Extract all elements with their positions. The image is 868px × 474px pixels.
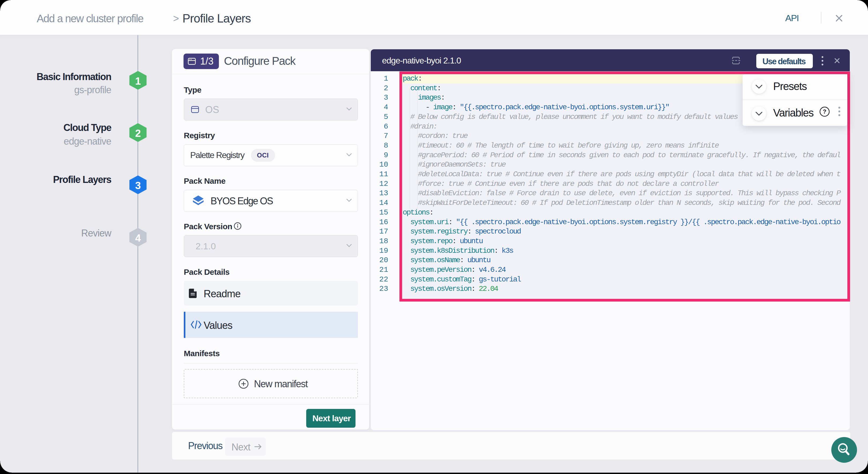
svg-text:?: ? xyxy=(823,108,826,115)
